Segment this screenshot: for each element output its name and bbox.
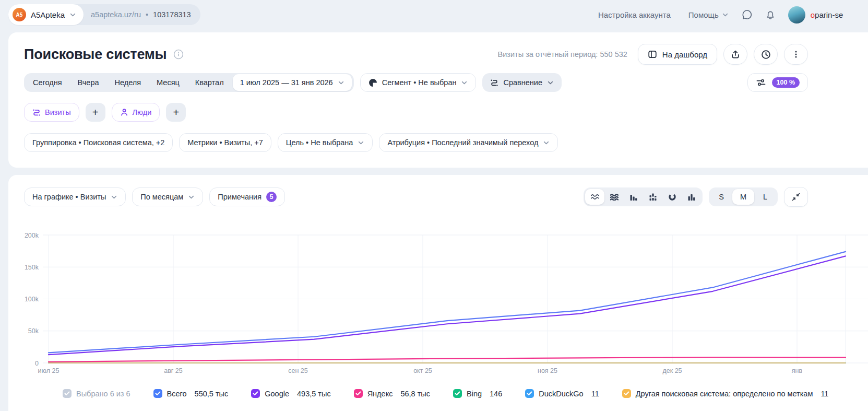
more-menu-button[interactable] [784, 44, 808, 65]
sampling-button[interactable]: 100 % [747, 73, 808, 92]
username[interactable]: oparin-se [811, 10, 843, 19]
goal-filter-chip[interactable]: Цель • Не выбрана [278, 133, 373, 152]
export-button[interactable] [723, 44, 747, 65]
chart-type-pie[interactable] [662, 189, 682, 205]
svg-text:дек 25: дек 25 [662, 367, 682, 374]
chevron-down-icon [188, 194, 195, 201]
counter-meta: a5apteka.uz/ru • 103178313 [84, 10, 200, 19]
chart-size-m[interactable]: M [732, 189, 754, 205]
chevron-down-icon [547, 79, 554, 86]
tab-quarter[interactable]: Квартал [187, 73, 232, 92]
chart-type-areas[interactable] [604, 189, 624, 205]
to-dashboard-label: На дашборд [662, 50, 707, 59]
visits-line-chart[interactable]: 050k100k150k200kиюл 25авг 25сен 25окт 25… [8, 228, 868, 381]
bell-icon[interactable] [765, 9, 776, 20]
chevron-down-icon [111, 194, 117, 201]
on-chart-selector[interactable]: На графике • Визиты [24, 187, 126, 206]
goal-filter-label: Цель • Не выбрана [286, 138, 353, 147]
tab-month[interactable]: Месяц [149, 73, 187, 92]
time-grouping-selector[interactable]: По месяцам [132, 187, 203, 206]
checkbox-total[interactable] [153, 389, 162, 398]
legend-select-all[interactable]: Выбрано 6 из 6 [63, 389, 130, 398]
username-first-letter: o [811, 10, 815, 19]
topbar: A5 A5Apteka a5apteka.uz/ru • 103178313 Н… [0, 0, 868, 29]
history-button[interactable] [754, 44, 778, 65]
site-link[interactable]: a5apteka.uz/ru [91, 10, 141, 19]
page-title: Поисковые системы [24, 46, 167, 63]
checkbox-other[interactable] [622, 389, 631, 398]
legend-name[interactable]: Другая поисковая система: определено по … [636, 390, 813, 398]
legend-value: 11 [591, 390, 599, 398]
checkbox-bing[interactable] [453, 389, 462, 398]
tab-week[interactable]: Неделя [107, 73, 149, 92]
account-settings-link[interactable]: Настройка аккаунта [598, 10, 671, 19]
chart-type-columns[interactable] [682, 189, 701, 205]
date-range-selector[interactable]: 1 июл 2025 — 31 янв 2026 [233, 74, 352, 91]
collapse-chart-button[interactable] [784, 187, 808, 207]
notes-button[interactable]: Примечания 5 [209, 187, 285, 206]
chart-type-switcher [584, 187, 703, 206]
tab-yesterday[interactable]: Вчера [70, 73, 107, 92]
visits-metric-button[interactable]: Визиты [24, 103, 79, 122]
info-icon[interactable] [173, 49, 184, 60]
legend-item-total: Всего 550,5 тыс [153, 389, 229, 398]
svg-text:0: 0 [35, 360, 39, 367]
chart-size-s[interactable]: S [710, 189, 732, 205]
to-dashboard-button[interactable]: На дашборд [638, 44, 717, 65]
sampling-badge: 100 % [772, 77, 800, 88]
chart-type-bars[interactable] [624, 189, 643, 205]
visits-metric-icon [32, 108, 41, 116]
chevron-down-icon [461, 79, 468, 86]
people-metric-button[interactable]: Люди [112, 103, 160, 122]
username-rest: parin-se [815, 10, 843, 19]
tab-today[interactable]: Сегодня [25, 73, 70, 92]
chat-bubble-icon[interactable] [741, 9, 753, 20]
metrics-filter-chip[interactable]: Метрики • Визиты, +7 [179, 133, 271, 152]
checkbox-yandex[interactable] [354, 389, 363, 398]
dashboard-icon [648, 50, 657, 59]
grouping-filter-chip[interactable]: Группировка • Поисковая система, +2 [24, 133, 173, 152]
grouping-filter-label: Группировка • Поисковая система, +2 [32, 138, 164, 147]
chart-type-stacked-bars[interactable] [643, 189, 662, 205]
checkbox-duckduckgo[interactable] [525, 389, 534, 398]
share-icon [731, 50, 740, 59]
sliders-icon [756, 78, 766, 87]
checkbox-google[interactable] [251, 389, 260, 398]
checkbox-select-all[interactable] [63, 389, 72, 398]
chart-type-lines[interactable] [585, 189, 604, 205]
counter-id: 103178313 [153, 10, 191, 19]
legend-name[interactable]: Google [265, 390, 289, 398]
counter-switcher[interactable]: A5 A5Apteka a5apteka.uz/ru • 103178313 [8, 4, 200, 25]
counter-name: A5Apteka [31, 10, 65, 19]
report-header-card: Поисковые системы Визиты за отчётный пер… [8, 32, 868, 168]
legend-value: 550,5 тыс [195, 390, 229, 398]
chevron-down-icon [543, 139, 550, 146]
add-people-metric-button[interactable]: + [166, 103, 186, 122]
legend-value: 56,8 тыс [400, 390, 430, 398]
comparison-selector[interactable]: Сравнение [482, 73, 562, 92]
segment-selector[interactable]: Сегмент • Не выбран [360, 73, 477, 92]
svg-text:200k: 200k [25, 232, 39, 239]
chart-size-l[interactable]: L [754, 189, 776, 205]
legend-name[interactable]: Яндекс [367, 390, 393, 398]
svg-text:окт 25: окт 25 [413, 367, 432, 374]
legend-select-all-label: Выбрано 6 из 6 [76, 390, 130, 398]
period-tabs: Сегодня Вчера Неделя Месяц Квартал 1 июл… [24, 73, 354, 92]
avatar[interactable] [788, 6, 805, 24]
svg-text:100k: 100k [25, 296, 39, 303]
on-chart-label: На графике • Визиты [32, 193, 106, 201]
time-grouping-label: По месяцам [140, 193, 183, 201]
legend-name[interactable]: Bing [467, 390, 482, 398]
counter-switcher-main[interactable]: A5 A5Apteka [8, 4, 84, 25]
legend-item-yandex: Яндекс 56,8 тыс [354, 389, 430, 398]
dot-separator: • [146, 10, 148, 19]
attribution-filter-chip[interactable]: Атрибуция • Последний значимый переход [379, 133, 558, 152]
add-visits-metric-button[interactable]: + [86, 103, 105, 122]
svg-text:авг 25: авг 25 [164, 367, 183, 374]
legend-name[interactable]: DuckDuckGo [539, 390, 583, 398]
person-icon [120, 108, 128, 116]
segment-label: Сегмент • Не выбран [382, 78, 457, 87]
help-menu[interactable]: Помощь [688, 10, 729, 19]
legend-name[interactable]: Всего [167, 390, 187, 398]
legend-item-other: Другая поисковая система: определено по … [622, 389, 829, 398]
